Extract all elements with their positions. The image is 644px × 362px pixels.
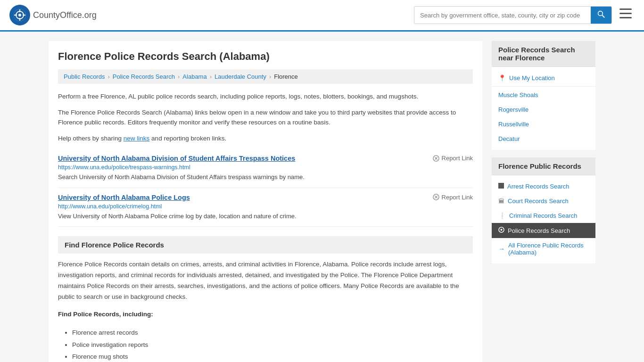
find-body-text: Florence Police Records contain details … [58, 259, 473, 303]
sidebar-rogersville[interactable]: Rogersville [492, 102, 595, 117]
breadcrumb-lauderdale-county[interactable]: Lauderdale County [215, 73, 266, 80]
content-area: Florence Police Records Search (Alabama)… [49, 41, 482, 362]
svg-rect-9 [619, 8, 632, 10]
bullet-arrest-records: Florence arrest records [72, 327, 473, 339]
sidebar-court-records[interactable]: 🏛 Court Records Search [492, 194, 595, 208]
link-entry-1: University of North Alabama Division of … [58, 149, 473, 188]
police-records-icon [498, 227, 504, 234]
report-link-1[interactable]: Report Link [433, 155, 473, 162]
arrest-records-icon [498, 183, 504, 190]
link-entry-1-header: University of North Alabama Division of … [58, 155, 473, 162]
sidebar-muscle-shoals[interactable]: Muscle Shoals [492, 88, 595, 102]
police-records-list: Florence arrest records Police investiga… [58, 327, 473, 362]
find-police-records-label: Find Police Records, including: [58, 309, 473, 320]
header-right [414, 6, 635, 25]
breadcrumb-alabama[interactable]: Alabama [182, 73, 206, 80]
header: CountyOffice.org [0, 0, 644, 32]
sidebar-public-records-body: Arrest Records Search 🏛 Court Records Se… [492, 175, 595, 263]
search-input[interactable] [414, 8, 591, 23]
logo-icon [9, 5, 30, 25]
breadcrumb-public-records[interactable]: Public Records [64, 73, 105, 80]
search-bar [414, 6, 612, 24]
sidebar-public-records-title: Florence Public Records [492, 157, 595, 175]
link-1-title[interactable]: University of North Alabama Division of … [58, 155, 295, 162]
report-icon-2 [433, 194, 439, 200]
sidebar-nearby-body: 📍 Use My Location Muscle Shoals Rogersvi… [492, 67, 595, 150]
sidebar-divider-1 [492, 86, 595, 87]
svg-rect-18 [498, 183, 504, 189]
location-pin-icon: 📍 [498, 74, 506, 82]
sidebar-nearby-section: Police Records Search near Florence 📍 Us… [492, 41, 595, 150]
sidebar-use-my-location[interactable]: 📍 Use My Location [492, 71, 595, 85]
bullet-investigation-reports: Police investigation reports [72, 339, 473, 351]
svg-point-20 [501, 229, 503, 231]
new-links-link[interactable]: new links [124, 135, 150, 142]
link-entry-2-header: University of North Alabama Police Logs … [58, 194, 473, 201]
svg-point-2 [18, 14, 21, 16]
page-title: Florence Police Records Search (Alabama) [58, 50, 473, 63]
link-entry-2: University of North Alabama Police Logs … [58, 188, 473, 227]
sidebar-public-records-section: Florence Public Records Arrest Records S… [492, 157, 595, 263]
sidebar: Police Records Search near Florence 📍 Us… [492, 41, 595, 362]
intro-paragraph-3: Help others by sharing new links and rep… [58, 133, 473, 144]
link-1-desc: Search University of North Alabama Divis… [58, 173, 473, 182]
bullet-mug-shots: Florence mug shots [72, 351, 473, 362]
breadcrumb-sep-2: › [178, 73, 180, 80]
sidebar-decatur[interactable]: Decatur [492, 132, 595, 146]
breadcrumb-sep-3: › [210, 73, 212, 80]
svg-line-8 [602, 15, 604, 17]
breadcrumb-florence: Florence [274, 73, 298, 80]
sidebar-all-public-records[interactable]: → All Florence Public Records (Alabama) [492, 238, 595, 260]
link-2-title[interactable]: University of North Alabama Police Logs [58, 194, 190, 201]
all-records-arrow-icon: → [498, 245, 505, 253]
court-records-icon: 🏛 [498, 197, 504, 205]
link-2-url[interactable]: http://www.una.edu/police/crimelog.html [58, 203, 473, 210]
svg-rect-10 [619, 13, 632, 14]
sidebar-nearby-title: Police Records Search near Florence [492, 41, 595, 67]
breadcrumb-sep-4: › [269, 73, 271, 80]
sidebar-russellville[interactable]: Russellville [492, 117, 595, 132]
logo-area: CountyOffice.org [9, 5, 97, 25]
search-button[interactable] [591, 7, 611, 24]
link-1-url[interactable]: https://www.una.edu/police/trespass-warn… [58, 164, 473, 171]
breadcrumb: Public Records › Police Records Search ›… [58, 69, 473, 84]
logo-text: CountyOffice.org [33, 10, 97, 20]
breadcrumb-police-records-search[interactable]: Police Records Search [113, 73, 175, 80]
criminal-records-icon: ❕ [498, 212, 506, 219]
hamburger-menu-icon[interactable] [617, 6, 635, 25]
report-icon-1 [433, 155, 439, 162]
sidebar-criminal-records[interactable]: ❕ Criminal Records Search [492, 208, 595, 223]
intro-paragraph-2: The Florence Police Records Search (Alab… [58, 107, 473, 128]
svg-point-7 [598, 11, 603, 16]
report-link-2[interactable]: Report Link [433, 194, 473, 201]
sidebar-police-records[interactable]: Police Records Search [492, 223, 595, 238]
sidebar-arrest-records[interactable]: Arrest Records Search [492, 179, 595, 194]
intro-paragraph-1: Perform a free Florence, AL public polic… [58, 91, 473, 102]
svg-rect-11 [619, 17, 632, 18]
breadcrumb-sep-1: › [107, 73, 109, 80]
main-wrapper: Florence Police Records Search (Alabama)… [39, 32, 605, 362]
find-section-header: Find Florence Police Records [58, 236, 473, 254]
link-2-desc: View University of North Alabama Police … [58, 212, 473, 221]
